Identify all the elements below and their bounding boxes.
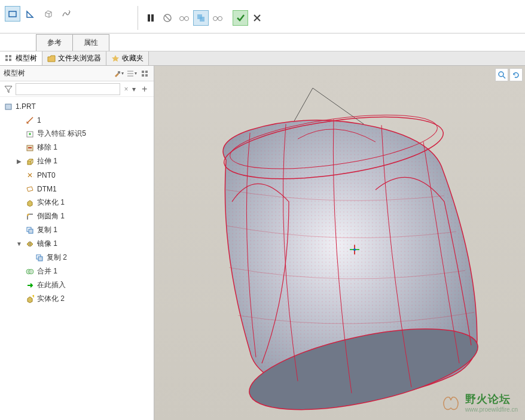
svg-point-6 bbox=[185, 17, 189, 21]
tree-toggle-icon bbox=[25, 254, 32, 261]
svg-point-40 bbox=[29, 269, 33, 274]
svg-text:✦: ✦ bbox=[31, 295, 34, 300]
filter-icon[interactable] bbox=[2, 83, 14, 95]
insert-icon bbox=[25, 281, 35, 290]
watermark-url: www.proewildfire.cn bbox=[465, 406, 518, 413]
curve-tool[interactable] bbox=[59, 6, 74, 22]
tree-item-label: 1 bbox=[37, 116, 41, 124]
tree-item-label: 镜像 1 bbox=[37, 239, 57, 249]
search-dropdown-icon[interactable]: ▾ bbox=[132, 85, 141, 93]
svg-text:✕✕: ✕✕ bbox=[27, 171, 34, 179]
tree-icon bbox=[5, 54, 13, 63]
refresh-icon[interactable] bbox=[509, 68, 523, 81]
svg-rect-9 bbox=[200, 17, 204, 22]
box-tool[interactable] bbox=[41, 6, 56, 22]
svg-rect-32 bbox=[28, 161, 31, 165]
copy-icon bbox=[25, 226, 35, 235]
angle-tool[interactable] bbox=[23, 6, 38, 22]
tree-item[interactable]: ▶拉伸 1 bbox=[1, 154, 152, 168]
tree-item[interactable]: ✕✕PNT0 bbox=[1, 168, 152, 182]
extrude-icon bbox=[25, 157, 35, 166]
forbidden-button[interactable] bbox=[160, 10, 175, 26]
tree-item[interactable]: 导入特征 标识5 bbox=[1, 127, 152, 141]
tool-settings-icon[interactable] bbox=[139, 68, 150, 79]
favorites-tab[interactable]: 收藏夹 bbox=[106, 51, 149, 65]
viewport-3d[interactable]: 野火论坛 www.proewildfire.cn bbox=[154, 66, 525, 420]
properties-tab[interactable]: 属性 bbox=[72, 34, 109, 51]
tree-item-label: PNT0 bbox=[37, 171, 56, 179]
tree-root-label: 1.PRT bbox=[16, 102, 36, 111]
cancel-button[interactable] bbox=[249, 10, 265, 26]
tree-item-label: 复制 1 bbox=[37, 225, 57, 235]
tree-toggle-icon bbox=[16, 117, 23, 124]
tree-toggle-icon bbox=[16, 185, 23, 193]
viewport-tools bbox=[495, 68, 523, 81]
svg-rect-0 bbox=[9, 11, 16, 17]
folder-icon bbox=[47, 54, 56, 63]
rectangle-tool[interactable] bbox=[5, 6, 20, 22]
tree-item[interactable]: 在此插入 bbox=[1, 278, 152, 292]
separator bbox=[138, 6, 138, 30]
overlap-button[interactable] bbox=[193, 10, 209, 26]
svg-rect-14 bbox=[9, 55, 11, 57]
tree-item[interactable]: 1 bbox=[1, 113, 152, 127]
tree-toggle-icon[interactable]: ▼ bbox=[16, 241, 23, 248]
confirm-button[interactable] bbox=[233, 10, 248, 26]
zoom-fit-icon[interactable] bbox=[495, 68, 508, 81]
tree-item[interactable]: 合并 1 bbox=[1, 264, 152, 278]
tool-list-icon[interactable]: ▾ bbox=[126, 68, 137, 79]
svg-rect-23 bbox=[142, 74, 144, 77]
tree-root[interactable]: 1.PRT bbox=[1, 99, 152, 113]
svg-rect-38 bbox=[38, 257, 42, 261]
tool-hammer-icon[interactable]: ▾ bbox=[113, 68, 124, 79]
svg-rect-1 bbox=[148, 14, 150, 22]
tree-item[interactable]: DTM1 bbox=[1, 182, 152, 196]
svg-point-11 bbox=[218, 17, 222, 21]
svg-line-26 bbox=[27, 117, 33, 123]
glasses2-button[interactable] bbox=[210, 10, 225, 26]
search-add-icon[interactable]: + bbox=[142, 84, 151, 95]
glasses-button[interactable] bbox=[176, 10, 192, 26]
tree-item-label: 实体化 1 bbox=[37, 197, 65, 208]
svg-point-10 bbox=[213, 17, 218, 21]
tree-item[interactable]: 复制 2 bbox=[1, 251, 152, 264]
svg-rect-13 bbox=[5, 55, 8, 57]
svg-line-50 bbox=[503, 76, 505, 78]
svg-line-4 bbox=[165, 16, 170, 20]
folder-browser-tab[interactable]: 文件夹浏览器 bbox=[42, 51, 106, 65]
reference-tab[interactable]: 参考 bbox=[36, 34, 73, 51]
tree-toggle-icon bbox=[16, 144, 23, 151]
top-toolbar bbox=[0, 0, 525, 34]
toolbar-left-group bbox=[5, 2, 74, 22]
pause-button[interactable] bbox=[143, 10, 158, 26]
toolbar-right-group bbox=[134, 2, 265, 30]
tree-toggle-icon[interactable]: ▶ bbox=[16, 158, 23, 165]
tree-item[interactable]: ▼镜像 1 bbox=[1, 237, 152, 251]
tree-toggle-icon bbox=[16, 296, 23, 303]
search-input[interactable] bbox=[16, 83, 120, 95]
tree-toggle-icon bbox=[16, 227, 23, 234]
merge-icon bbox=[25, 267, 35, 276]
import-icon bbox=[25, 129, 35, 139]
watermark: 野火论坛 www.proewildfire.cn bbox=[439, 392, 518, 413]
tree-item[interactable]: ✦实体化 2 bbox=[1, 292, 152, 306]
search-row: × ▾ + bbox=[0, 81, 154, 97]
part-icon bbox=[4, 102, 13, 111]
watermark-title: 野火论坛 bbox=[465, 392, 518, 406]
svg-rect-2 bbox=[151, 14, 154, 22]
tree-item-label: 复制 2 bbox=[47, 252, 67, 263]
round-icon bbox=[25, 212, 35, 221]
tree-item[interactable]: 倒圆角 1 bbox=[1, 209, 152, 223]
tree-item[interactable]: 实体化 1 bbox=[1, 196, 152, 209]
tree-toggle-icon bbox=[16, 282, 23, 289]
search-clear-icon[interactable]: × bbox=[121, 84, 131, 94]
svg-point-49 bbox=[499, 72, 503, 77]
tree-item-label: 合并 1 bbox=[37, 266, 57, 276]
tree-item[interactable]: 复制 1 bbox=[1, 223, 152, 237]
tree-item-label: 实体化 2 bbox=[37, 294, 65, 304]
svg-rect-15 bbox=[5, 59, 8, 61]
tree-toggle-icon bbox=[16, 172, 23, 179]
copy-icon bbox=[35, 253, 44, 263]
tree-item[interactable]: 移除 1 bbox=[1, 141, 152, 154]
model-tree-tab[interactable]: 模型树 bbox=[0, 51, 42, 65]
